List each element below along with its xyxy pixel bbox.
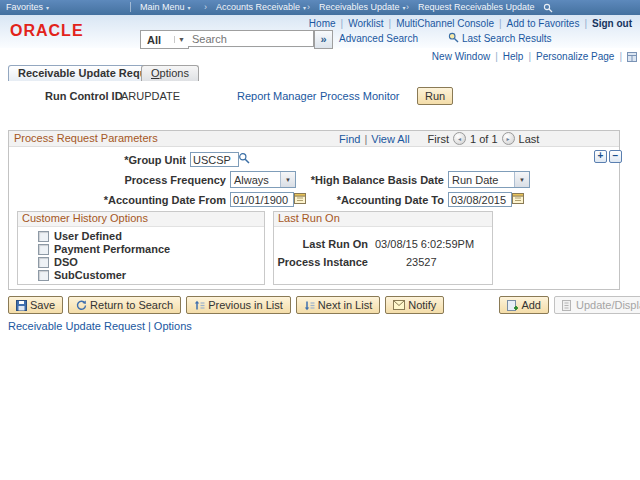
group-box-header: Customer History Options <box>18 212 264 227</box>
checkbox-label: SubCustomer <box>54 269 126 281</box>
scroll-area-nav: Find | View All First ◂ 1 of 1 ▸ Last <box>339 132 539 145</box>
breadcrumb-divider <box>130 2 131 12</box>
new-window-link[interactable]: New Window <box>432 51 490 62</box>
process-request-parameters-box: Process Request Parameters Find | View A… <box>8 130 620 290</box>
search-input[interactable] <box>188 30 314 47</box>
last-label: Last <box>519 133 540 145</box>
notify-button[interactable]: Notify <box>385 296 444 314</box>
dso-checkbox[interactable] <box>38 257 49 268</box>
remove-row-button[interactable]: − <box>609 150 622 163</box>
chevron-down-icon: ▼ <box>514 172 529 187</box>
group-box-header: Process Request Parameters Find | View A… <box>9 131 619 147</box>
personalize-page-link[interactable]: Personalize Page <box>536 51 614 62</box>
nav-separator: | <box>364 133 367 145</box>
checkbox-label: DSO <box>54 256 78 268</box>
last-search-results-link[interactable]: Last Search Results <box>462 33 552 44</box>
last-run-on-value: 03/08/15 6:02:59PM <box>375 238 474 250</box>
pagebar-separator: | <box>528 51 531 62</box>
group-unit-lookup-icon[interactable] <box>238 152 250 164</box>
personalize-layout-icon[interactable] <box>627 52 637 62</box>
last-run-on-label: Last Run On <box>274 238 368 250</box>
header-bar: ORACLE Home|Worklist|MultiChannel Consol… <box>0 15 640 48</box>
add-button[interactable]: Add <box>499 296 549 314</box>
save-button[interactable]: Save <box>8 296 63 314</box>
search-scope-value: All <box>141 34 174 46</box>
add-row-button[interactable]: + <box>594 150 607 163</box>
breadcrumb-separator: › <box>406 2 409 12</box>
run-button-label: Run <box>425 90 445 102</box>
help-link[interactable]: Help <box>503 51 524 62</box>
add-to-favorites-link[interactable]: Add to Favorites <box>507 18 580 29</box>
checkbox-label: User Defined <box>54 230 122 242</box>
user-defined-checkbox[interactable] <box>38 231 49 242</box>
accounting-date-to-input[interactable] <box>448 192 512 207</box>
high-balance-basis-date-select[interactable]: Run Date ▼ <box>448 171 530 188</box>
last-search-results-icon <box>448 32 459 43</box>
breadcrumb-accounts-receivable[interactable]: Accounts Receivable▾ <box>216 2 306 12</box>
save-icon <box>16 300 27 311</box>
breadcrumb-separator: › <box>204 2 207 12</box>
multichannel-console-link[interactable]: MultiChannel Console <box>396 18 494 29</box>
find-link[interactable]: Find <box>339 133 360 145</box>
payment-performance-checkbox[interactable] <box>38 244 49 255</box>
breadcrumb-current-page: Request Receivables Update <box>418 2 535 12</box>
save-button-label: Save <box>30 299 55 311</box>
run-control-id-value: ARUPDATE <box>121 90 180 102</box>
calendar-icon[interactable] <box>512 192 524 204</box>
accounting-date-to-label: *Accounting Date To <box>259 194 444 206</box>
subcustomer-checkbox[interactable] <box>38 270 49 281</box>
high-balance-basis-date-value: Run Date <box>449 174 514 186</box>
process-instance-label: Process Instance <box>274 256 368 268</box>
nav-separator: | <box>389 18 392 29</box>
previous-page-icon[interactable]: ◂ <box>453 132 466 145</box>
previous-in-list-button[interactable]: Previous in List <box>186 296 291 314</box>
breadcrumb-zoom-icon[interactable] <box>543 3 553 13</box>
update-display-icon <box>562 300 573 311</box>
next-page-icon[interactable]: ▸ <box>502 132 515 145</box>
tab-options[interactable]: Options <box>141 65 199 81</box>
oracle-logo: ORACLE <box>10 22 84 40</box>
add-document-icon <box>507 300 518 311</box>
arrow-down-list-icon <box>304 300 315 311</box>
breadcrumb-separator: › <box>307 2 310 12</box>
process-monitor-link[interactable]: Process Monitor <box>320 90 399 102</box>
search-go-button[interactable]: » <box>314 30 333 49</box>
section-title: Process Request Parameters <box>14 132 158 144</box>
nav-separator: | <box>341 18 344 29</box>
footer-receivable-update-request-link[interactable]: Receivable Update Request <box>8 320 145 332</box>
group-unit-label: *Group Unit <box>9 154 186 166</box>
breadcrumb-favorites[interactable]: Favorites▾ <box>6 2 49 12</box>
return-to-search-button[interactable]: Return to Search <box>68 296 181 314</box>
first-label: First <box>428 133 449 145</box>
chevron-down-icon: ▼ <box>174 36 188 43</box>
worklist-link[interactable]: Worklist <box>348 18 383 29</box>
breadcrumb-main-menu[interactable]: Main Menu▾ <box>140 2 191 12</box>
checkbox-label: Payment Performance <box>54 243 170 255</box>
report-manager-link[interactable]: Report Manager <box>237 90 317 102</box>
return-arrow-icon <box>76 300 87 311</box>
view-all-link[interactable]: View All <box>371 133 409 145</box>
breadcrumb-receivables-update[interactable]: Receivables Update▾ <box>319 2 406 12</box>
advanced-search-link[interactable]: Advanced Search <box>339 33 418 44</box>
toolbar: Save Return to Search Previous in List N… <box>8 296 640 314</box>
top-nav: Home|Worklist|MultiChannel Console|Add t… <box>309 18 632 29</box>
sign-out-link[interactable]: Sign out <box>592 18 632 29</box>
return-to-search-label: Return to Search <box>90 299 173 311</box>
notify-button-label: Notify <box>408 299 436 311</box>
pagebar-separator: | <box>495 51 498 62</box>
related-page-links: Receivable Update Request|Options <box>8 320 192 332</box>
home-link[interactable]: Home <box>309 18 336 29</box>
section-title: Last Run On <box>278 212 340 224</box>
next-in-list-button[interactable]: Next in List <box>296 296 380 314</box>
add-button-label: Add <box>521 299 541 311</box>
high-balance-basis-date-label: *High Balance Basis Date <box>259 174 444 186</box>
update-display-button: Update/Display <box>554 296 640 314</box>
run-button[interactable]: Run <box>417 87 453 105</box>
search-scope-select[interactable]: All ▼ <box>140 30 189 49</box>
footer-options-link[interactable]: Options <box>154 320 192 332</box>
page-counter: 1 of 1 <box>470 133 498 145</box>
next-in-list-label: Next in List <box>318 299 372 311</box>
arrow-up-list-icon <box>194 300 205 311</box>
group-unit-input[interactable] <box>190 152 239 167</box>
run-control-id-label: Run Control ID <box>45 90 123 102</box>
